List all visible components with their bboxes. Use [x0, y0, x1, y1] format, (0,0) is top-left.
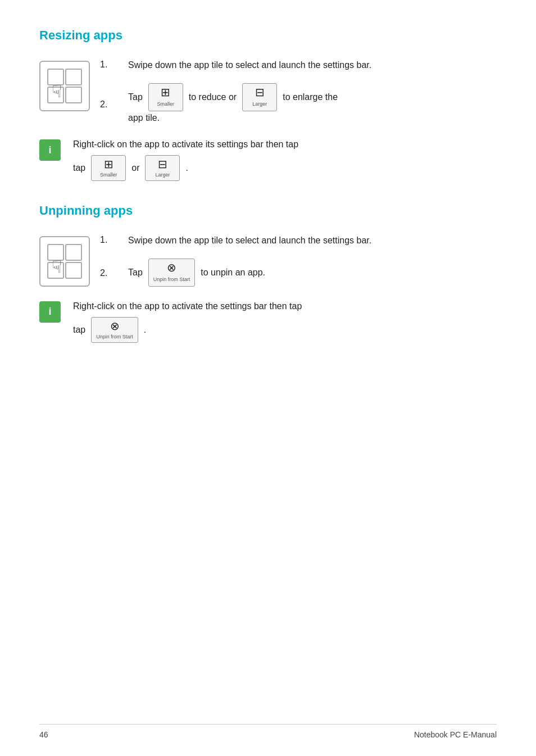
resizing-section: Resizing apps ☟ 1. Swipe down the app [39, 28, 497, 181]
larger-button-1[interactable]: ⊟ Larger [242, 83, 277, 111]
unpinning-note-tap-line: tap ⊗ Unpin from Start . [73, 317, 302, 343]
step1-text: Swipe down the app tile to select and la… [128, 58, 497, 72]
step2-post: to enlarge the [283, 88, 338, 106]
larger-icon: ⊟ [255, 87, 265, 98]
step1-number: 1. [100, 58, 128, 70]
unpin-step2-pre: Tap [128, 264, 143, 282]
larger-label-2: Larger [155, 171, 170, 179]
resizing-note-row: i Right-click on the app to activate its… [39, 137, 497, 181]
page-footer: 46 Notebook PC E-Manual [39, 724, 497, 739]
smaller-icon: ⊞ [161, 87, 170, 98]
unpinning-note-row: i Right-click on the app to activate the… [39, 299, 497, 343]
smaller-icon-2: ⊞ [104, 159, 113, 170]
smaller-label-2: Smaller [100, 171, 117, 179]
unpinning-note-content: Right-click on the app to activate the s… [73, 299, 302, 343]
resizing-note-content: Right-click on the app to activate its s… [73, 137, 298, 181]
resizing-note-text: Right-click on the app to activate its s… [73, 137, 298, 152]
unpin-step2-post: to unpin an app. [201, 264, 265, 282]
svg-text:☟: ☟ [52, 82, 62, 101]
step2-continuation: app tile. [128, 111, 497, 125]
svg-text:☟: ☟ [52, 257, 62, 276]
unpin-label-1: Unpin from Start [153, 274, 190, 284]
period-2: . [144, 323, 146, 337]
unpinning-note-text: Right-click on the app to activate the s… [73, 299, 302, 314]
unpin-button-2[interactable]: ⊗ Unpin from Start [91, 317, 138, 343]
tap-label-1: tap [73, 161, 85, 175]
swipe-illustration-1: ☟ [39, 61, 90, 111]
unpinning-title: Unpinning apps [39, 203, 497, 218]
step2-content: Tap ⊞ Smaller to reduce or ⊟ Larger [128, 83, 497, 125]
step2-mid: to reduce or [189, 88, 237, 106]
green-tile-2: i [39, 301, 61, 323]
larger-button-2[interactable]: ⊟ Larger [145, 155, 180, 181]
larger-icon-2: ⊟ [158, 159, 167, 170]
resizing-note-tap-line: tap ⊞ Smaller or ⊟ Larger . [73, 155, 298, 181]
resizing-title: Resizing apps [39, 28, 497, 43]
unpin-label-2: Unpin from Start [96, 333, 133, 341]
unpin-step2-number: 2. [100, 267, 128, 278]
unpinning-section: Unpinning apps ☟ 1. Swipe down the app t… [39, 203, 497, 343]
green-tile-1: i [39, 139, 61, 161]
larger-label-1: Larger [252, 99, 267, 109]
unpin-step2-content: Tap ⊗ Unpin from Start to unpin an app. [128, 259, 497, 287]
smaller-button-2[interactable]: ⊞ Smaller [91, 155, 126, 181]
step2-pre: Tap [128, 88, 143, 106]
unpin-icon-2: ⊗ [110, 320, 120, 332]
or-text-1: or [131, 161, 139, 175]
step2-number: 2. [100, 98, 128, 110]
period-1: . [185, 161, 188, 175]
resizing-step1-row: ☟ 1. Swipe down the app tile to select a… [39, 58, 497, 125]
smaller-button-1[interactable]: ⊞ Smaller [148, 83, 183, 111]
svg-rect-3 [66, 87, 81, 103]
svg-rect-1 [66, 69, 81, 85]
swipe-illustration-2: ☟ [39, 236, 90, 287]
svg-rect-6 [66, 245, 81, 260]
unpin-button-1[interactable]: ⊗ Unpin from Start [148, 259, 196, 287]
unpin-step1-text: Swipe down the app tile to select and la… [128, 234, 497, 247]
smaller-label-1: Smaller [157, 99, 175, 109]
page-number: 46 [39, 730, 48, 739]
svg-rect-8 [66, 262, 81, 278]
unpinning-step1-row: ☟ 1. Swipe down the app tile to select a… [39, 234, 497, 287]
unpin-icon-1: ⊗ [167, 262, 176, 273]
unpin-step1-number: 1. [100, 234, 128, 245]
tap-label-2: tap [73, 323, 85, 337]
book-title: Notebook PC E-Manual [414, 730, 497, 739]
